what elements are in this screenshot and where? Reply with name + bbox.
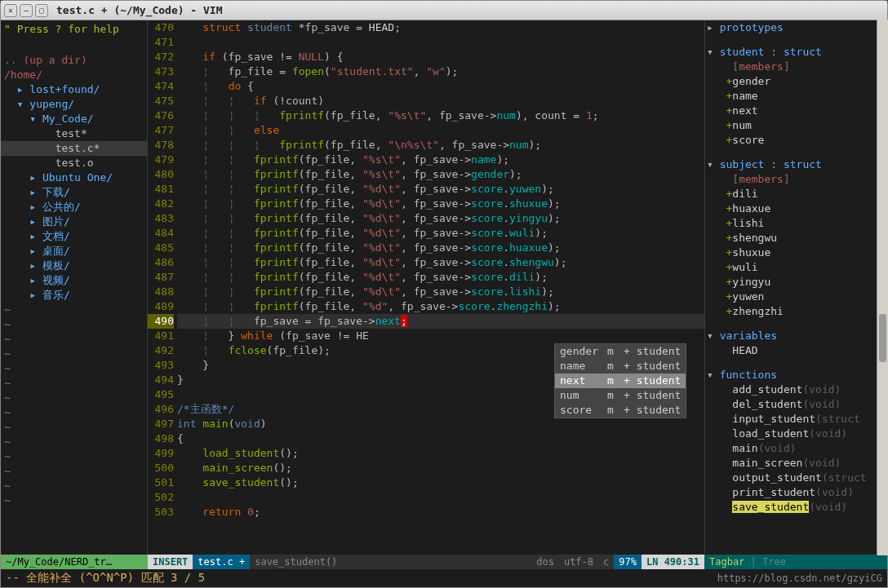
tagbar-member[interactable]: +zhengzhi [707, 304, 887, 319]
code-line[interactable]: ¦ ¦ ¦ fprintf(fp_file, "%s\t", fp_save->… [177, 108, 704, 123]
scrollbar-vertical[interactable] [877, 20, 888, 555]
nerdtree-root[interactable]: /home/ [1, 68, 147, 82]
nerdtree-item[interactable]: ▸ 公共的/ [1, 200, 147, 214]
nerdtree-item[interactable]: ▸ 视频/ [1, 273, 147, 288]
nerdtree-item[interactable]: ▸ 文档/ [1, 229, 147, 244]
code-line[interactable]: return 0; [177, 505, 704, 519]
nerdtree-panel[interactable]: " Press ? for help .. (up a dir) /home/ … [1, 20, 148, 555]
tagbar-member[interactable]: +name [707, 89, 887, 104]
code-line[interactable]: ¦ ¦ fprintf(fp_file, "%s\t", fp_save->na… [177, 153, 704, 167]
tagbar-member[interactable]: +num [707, 118, 887, 133]
nerdtree-item[interactable]: ▸ Ubuntu One/ [1, 170, 147, 185]
scrollbar-thumb[interactable] [879, 314, 886, 362]
code-line[interactable]: { [177, 431, 704, 446]
code-line[interactable]: ¦ ¦ fprintf(fp_file, "%d\t", fp_save->sc… [177, 182, 704, 197]
editor-panel[interactable]: 4704714724734744754764774784794804814824… [148, 20, 704, 555]
code-line[interactable]: ¦ ¦ fprintf(fp_file, "%d\t", fp_save->sc… [177, 211, 704, 226]
tagbar-section[interactable]: ▾ functions [707, 368, 887, 382]
nerdtree-item[interactable]: ▸ 音乐/ [1, 288, 147, 303]
code-line[interactable]: main_screen(); [177, 461, 704, 475]
window-maximize-button[interactable]: ▢ [35, 4, 48, 17]
code-line[interactable]: ¦ fp_file = fopen("student.txt", "w"); [177, 64, 704, 79]
code-line[interactable]: ¦ ¦ fp_save = fp_save->next; [177, 314, 704, 329]
code-line[interactable]: ¦ ¦ fprintf(fp_file, "%d\t", fp_save->sc… [177, 285, 704, 299]
tagbar-section[interactable]: ▾ variables [707, 329, 887, 343]
tagbar-function[interactable]: output_student(struct [707, 471, 887, 485]
tagbar-member[interactable]: +shengwu [707, 231, 887, 245]
tagbar-function[interactable]: add_student(void) [707, 382, 887, 397]
tagbar-member[interactable]: +huaxue [707, 201, 887, 216]
nerdtree-item[interactable]: ▸ 模板/ [1, 259, 147, 273]
tilde-line: ~ [1, 317, 147, 332]
tagbar-member[interactable]: +next [707, 104, 887, 118]
code-line[interactable]: ¦ ¦ fprintf(fp_file, "%d\t", fp_save->sc… [177, 270, 704, 285]
tagbar-member[interactable]: +yingyu [707, 275, 887, 290]
tagbar-section[interactable]: ▸ prototypes [707, 20, 887, 35]
code-line[interactable]: ¦ ¦ ¦ fprintf(fp_file, "\n%s\t", fp_save… [177, 138, 704, 153]
gutter-line: 491 [148, 329, 174, 343]
tagbar-function[interactable]: load_student(void) [707, 427, 887, 441]
nerdtree-item[interactable]: test* [1, 126, 147, 141]
tagbar-member[interactable]: +lishi [707, 216, 887, 231]
code-line[interactable]: load_student(); [177, 446, 704, 461]
code-line[interactable]: if (fp_save != NULL) { [177, 50, 704, 64]
tagbar-function[interactable]: print_student(void) [707, 485, 887, 500]
tagbar-member[interactable]: +yuwen [707, 290, 887, 304]
completion-item[interactable]: genderm+ student [555, 344, 686, 359]
tagbar-function[interactable]: del_student(void) [707, 397, 887, 412]
code-line[interactable] [177, 490, 704, 505]
code-area[interactable]: struct student *fp_save = HEAD; if (fp_s… [177, 20, 704, 555]
nerdtree-item[interactable]: test.o [1, 156, 147, 170]
tagbar-member[interactable]: +gender [707, 74, 887, 89]
completion-item[interactable]: numm+ student [555, 388, 686, 403]
code-line[interactable]: struct student *fp_save = HEAD; [177, 20, 704, 35]
nerdtree-item[interactable]: ▸ lost+found/ [1, 82, 147, 97]
nerdtree-item[interactable]: ▸ 桌面/ [1, 244, 147, 259]
tagbar-function[interactable]: input_student(struct [707, 412, 887, 427]
code-line[interactable]: ¦ } while (fp_save != HE [177, 329, 704, 343]
nerdtree-item[interactable]: ▾ My_Code/ [1, 112, 147, 126]
tagbar-section[interactable]: ▾ student : struct [707, 45, 887, 60]
gutter-line: 503 [148, 505, 174, 519]
status-file: test.c + [193, 555, 250, 569]
completion-item[interactable]: scorem+ student [555, 403, 686, 418]
code-line[interactable]: int main(void) [177, 417, 704, 431]
nerdtree-item[interactable]: ▾ yupeng/ [1, 97, 147, 112]
window-minimize-button[interactable]: – [20, 4, 33, 17]
code-line[interactable]: ¦ do { [177, 79, 704, 94]
completion-item[interactable]: namem+ student [555, 359, 686, 374]
status-function: save_student() [250, 555, 531, 569]
gutter-line: 470 [148, 20, 174, 35]
gutter-line: 497 [148, 417, 174, 431]
code-line[interactable]: save_student(); [177, 475, 704, 490]
completion-item[interactable]: nextm+ student [555, 374, 686, 388]
code-line[interactable]: ¦ ¦ fprintf(fp_file, "%d\t", fp_save->sc… [177, 241, 704, 255]
nerdtree-item[interactable]: test.c* [1, 141, 147, 156]
tagbar-member[interactable]: +wuli [707, 260, 887, 275]
tagbar-member[interactable]: +score [707, 133, 887, 148]
tagbar-function[interactable]: main(void) [707, 441, 887, 456]
code-line[interactable]: ¦ ¦ else [177, 123, 704, 138]
window-close-button[interactable]: ✕ [4, 4, 17, 17]
tagbar-variable[interactable]: HEAD [707, 343, 887, 358]
titlebar[interactable]: ✕ – ▢ test.c + (~/My_Code) - VIM [1, 1, 887, 20]
tagbar-panel[interactable]: ▸ prototypes▾ student : struct [members]… [704, 20, 887, 555]
tagbar-function[interactable]: save_student(void) [707, 500, 887, 515]
tagbar-member[interactable]: +shuxue [707, 245, 887, 260]
status-fileformat: dos [531, 555, 559, 569]
tagbar-member[interactable]: +dili [707, 187, 887, 201]
nerdtree-item[interactable]: ▸ 图片/ [1, 214, 147, 229]
code-line[interactable]: ¦ ¦ fprintf(fp_file, "%s\t", fp_save->ge… [177, 167, 704, 182]
tagbar-function[interactable]: main_screen(void) [707, 456, 887, 471]
completion-popup[interactable]: genderm+ studentnamem+ studentnextm+ stu… [554, 343, 686, 418]
code-line[interactable]: ¦ ¦ if (!count) [177, 94, 704, 108]
code-line[interactable]: ¦ ¦ fprintf(fp_file, "%d\t", fp_save->sc… [177, 226, 704, 241]
gutter-line: 475 [148, 94, 174, 108]
nerdtree-updir[interactable]: .. (up a dir) [1, 53, 147, 68]
code-line[interactable] [177, 35, 704, 50]
nerdtree-item[interactable]: ▸ 下载/ [1, 185, 147, 200]
code-line[interactable]: ¦ ¦ fprintf(fp_file, "%d\t", fp_save->sc… [177, 255, 704, 270]
tagbar-section[interactable]: ▾ subject : struct [707, 157, 887, 172]
code-line[interactable]: ¦ ¦ fprintf(fp_file, "%d\t", fp_save->sc… [177, 197, 704, 211]
code-line[interactable]: ¦ ¦ fprintf(fp_file, "%d", fp_save->scor… [177, 299, 704, 314]
